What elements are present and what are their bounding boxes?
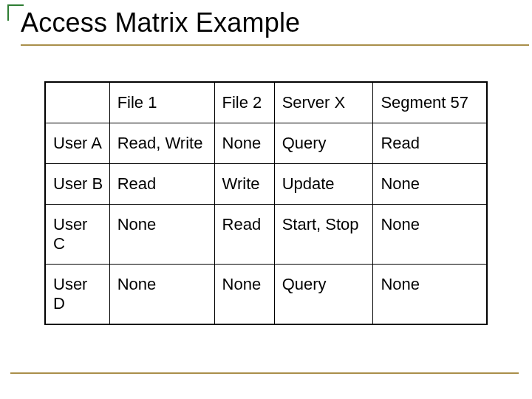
table-row: User C None Read Start, Stop None: [45, 205, 487, 265]
header-serverx: Server X: [274, 82, 373, 123]
cell: None: [373, 265, 487, 325]
cell: Query: [274, 123, 373, 164]
cell: None: [373, 205, 487, 265]
slide-title: Access Matrix Example: [21, 4, 532, 43]
slide: Access Matrix Example File 1 File 2 Serv…: [0, 0, 532, 399]
row-label: User C: [45, 205, 109, 265]
cell: Query: [274, 265, 373, 325]
row-label: User B: [45, 164, 109, 205]
header-file2: File 2: [214, 82, 274, 123]
cell: Read, Write: [109, 123, 214, 164]
access-matrix-table: File 1 File 2 Server X Segment 57 User A…: [44, 81, 488, 325]
cell: Read: [109, 164, 214, 205]
cell: None: [109, 205, 214, 265]
table-row: User D None None Query None: [45, 265, 487, 325]
cell: Start, Stop: [274, 205, 373, 265]
cell: None: [373, 164, 487, 205]
cell: Update: [274, 164, 373, 205]
cell: Read: [373, 123, 487, 164]
row-label: User D: [45, 265, 109, 325]
cell: Write: [214, 164, 274, 205]
cell: None: [214, 123, 274, 164]
table-row: User A Read, Write None Query Read: [45, 123, 487, 164]
cell: None: [214, 265, 274, 325]
title-area: Access Matrix Example: [0, 0, 532, 46]
corner-accent-icon: [7, 4, 24, 21]
table-header-row: File 1 File 2 Server X Segment 57: [45, 82, 487, 123]
title-underline: [21, 44, 529, 46]
row-label: User A: [45, 123, 109, 164]
table-row: User B Read Write Update None: [45, 164, 487, 205]
header-blank: [45, 82, 109, 123]
footer-underline: [10, 372, 519, 374]
cell: Read: [214, 205, 274, 265]
header-file1: File 1: [109, 82, 214, 123]
header-segment57: Segment 57: [373, 82, 487, 123]
access-matrix-table-wrap: File 1 File 2 Server X Segment 57 User A…: [44, 81, 488, 325]
cell: None: [109, 265, 214, 325]
